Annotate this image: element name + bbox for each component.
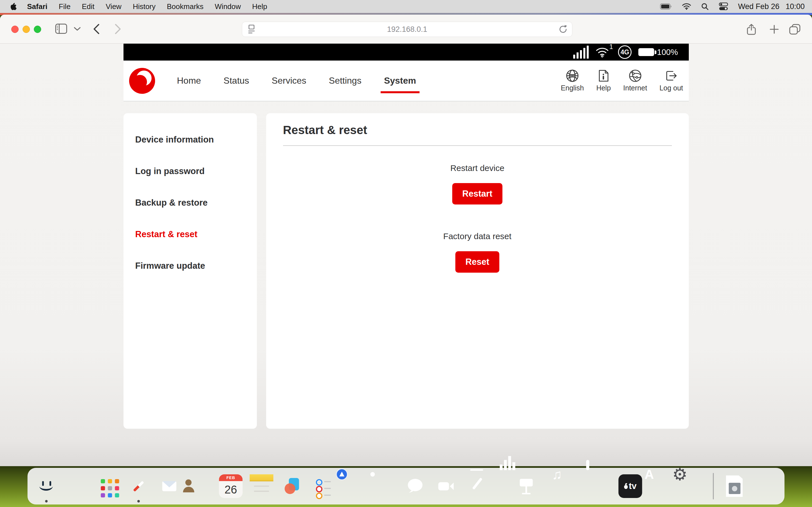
dock-item-launchpad[interactable] bbox=[96, 474, 120, 498]
globe-icon bbox=[566, 69, 579, 82]
utility-nav: English Help Internet Log out bbox=[561, 69, 683, 92]
sidebar-item-login-password[interactable]: Log in password bbox=[123, 156, 257, 187]
dock: FEB 26 tv bbox=[28, 468, 784, 504]
dock-item-safari[interactable] bbox=[127, 474, 151, 498]
device-battery-icon: 100% bbox=[638, 48, 678, 57]
dock-item-reminders[interactable] bbox=[311, 474, 335, 498]
restart-device-section: Restart device Restart bbox=[283, 163, 672, 205]
dock-item-contacts[interactable] bbox=[188, 474, 212, 498]
factory-reset-section: Factory data reset Reset bbox=[283, 231, 672, 273]
window-zoom-button[interactable] bbox=[34, 25, 41, 33]
system-sidebar: Device information Log in password Backu… bbox=[123, 113, 257, 429]
title-divider bbox=[283, 145, 672, 146]
dock-item-music[interactable] bbox=[557, 474, 581, 498]
back-button[interactable] bbox=[93, 24, 100, 34]
control-center-icon[interactable] bbox=[719, 3, 728, 10]
dock-item-mail[interactable] bbox=[158, 474, 181, 498]
apple-tv-icon: tv bbox=[619, 474, 642, 498]
sidebar-item-restart-reset[interactable]: Restart & reset bbox=[123, 219, 257, 250]
menu-item-file[interactable]: File bbox=[53, 2, 76, 11]
nav-home[interactable]: Home bbox=[177, 75, 201, 86]
wifi-client-count: 1 bbox=[609, 43, 613, 51]
nav-services[interactable]: Services bbox=[272, 75, 306, 86]
dock-item-trash[interactable] bbox=[754, 474, 777, 498]
menu-item-view[interactable]: View bbox=[100, 2, 127, 11]
apple-glyph bbox=[624, 485, 627, 489]
dock-item-downloads[interactable] bbox=[723, 474, 747, 498]
nav-settings[interactable]: Settings bbox=[329, 75, 361, 86]
restart-button[interactable]: Restart bbox=[452, 183, 503, 205]
logout-icon bbox=[665, 69, 678, 82]
help-button[interactable]: Help bbox=[596, 69, 611, 92]
restart-reset-panel: Restart & reset Restart device Restart F… bbox=[266, 113, 689, 429]
network-type-badge: 4G bbox=[618, 45, 631, 59]
forward-button[interactable] bbox=[114, 24, 121, 34]
dock-item-messages[interactable] bbox=[403, 474, 427, 498]
menu-item-history[interactable]: History bbox=[127, 2, 161, 11]
dock-item-pages[interactable] bbox=[465, 474, 489, 498]
main-nav: Home Status Services Settings System bbox=[177, 75, 416, 86]
dock-item-finder[interactable] bbox=[35, 474, 58, 498]
sidebar-item-backup-restore[interactable]: Backup & restore bbox=[123, 187, 257, 219]
router-admin-page: 1 4G 100% Home Status Services Settings … bbox=[123, 44, 689, 429]
page-title: Restart & reset bbox=[283, 123, 672, 137]
language-button[interactable]: English bbox=[561, 69, 584, 92]
dock-item-calendar[interactable]: FEB 26 bbox=[219, 474, 243, 498]
logout-button[interactable]: Log out bbox=[659, 69, 683, 92]
menu-item-edit[interactable]: Edit bbox=[76, 2, 100, 11]
address-bar[interactable]: 192.168.0.1 bbox=[242, 22, 572, 37]
nav-status[interactable]: Status bbox=[223, 75, 249, 86]
site-header: Home Status Services Settings System Eng… bbox=[123, 61, 689, 101]
dock-item-photos[interactable] bbox=[373, 474, 396, 498]
dock-item-siri[interactable] bbox=[65, 474, 89, 498]
wifi-status-icon: 1 bbox=[596, 47, 609, 57]
dock-item-numbers[interactable] bbox=[496, 474, 519, 498]
signal-strength-icon bbox=[573, 46, 589, 59]
sidebar-item-firmware-update[interactable]: Firmware update bbox=[123, 250, 257, 282]
browser-viewport: 1 4G 100% Home Status Services Settings … bbox=[0, 44, 812, 466]
dock-item-facetime[interactable] bbox=[434, 474, 458, 498]
internet-button[interactable]: Internet bbox=[623, 69, 647, 92]
safari-toolbar: 192.168.0.1 bbox=[0, 15, 812, 44]
dock-item-notes[interactable] bbox=[250, 474, 273, 498]
nav-system[interactable]: System bbox=[384, 75, 416, 86]
menu-item-window[interactable]: Window bbox=[209, 2, 246, 11]
dock-divider bbox=[713, 473, 714, 499]
battery-icon[interactable] bbox=[660, 3, 672, 10]
menu-bar-clock[interactable]: 10:00 bbox=[785, 2, 805, 11]
help-document-icon bbox=[598, 69, 609, 82]
calendar-icon: FEB 26 bbox=[219, 474, 243, 498]
reset-button[interactable]: Reset bbox=[455, 251, 499, 273]
tab-overview-button[interactable] bbox=[789, 24, 801, 35]
url-text: 192.168.0.1 bbox=[242, 25, 572, 34]
menu-item-safari[interactable]: Safari bbox=[21, 2, 53, 11]
chevron-down-icon[interactable] bbox=[74, 27, 81, 31]
menu-item-help[interactable]: Help bbox=[246, 2, 273, 11]
reload-icon[interactable] bbox=[559, 24, 567, 34]
spotlight-search-icon[interactable] bbox=[701, 3, 709, 10]
dock-item-podcasts[interactable] bbox=[588, 474, 612, 498]
window-minimize-button[interactable] bbox=[22, 25, 30, 33]
dock-item-appletv[interactable]: tv bbox=[619, 474, 642, 498]
apple-logo-icon[interactable] bbox=[11, 3, 17, 10]
dock-item-appstore[interactable] bbox=[649, 474, 673, 498]
device-battery-percent: 100% bbox=[657, 48, 678, 57]
sidebar-item-device-information[interactable]: Device information bbox=[123, 124, 257, 156]
dock-item-freeform[interactable] bbox=[281, 474, 304, 498]
vodafone-logo[interactable] bbox=[129, 67, 156, 94]
dock-item-keynote[interactable] bbox=[526, 474, 550, 498]
menu-bar-date[interactable]: Wed Feb 26 bbox=[738, 2, 779, 11]
dock-item-maps[interactable] bbox=[342, 474, 366, 498]
menu-item-bookmarks[interactable]: Bookmarks bbox=[161, 2, 209, 11]
window-close-button[interactable] bbox=[11, 25, 18, 33]
internet-globe-icon bbox=[629, 69, 642, 82]
dock-item-settings[interactable] bbox=[680, 474, 704, 498]
new-tab-button[interactable] bbox=[769, 24, 779, 34]
menu-bar: Safari File Edit View History Bookmarks … bbox=[0, 0, 812, 13]
restart-device-label: Restart device bbox=[283, 163, 672, 173]
wifi-icon[interactable] bbox=[682, 3, 691, 10]
sidebar-toggle-button[interactable] bbox=[55, 24, 67, 34]
share-icon[interactable] bbox=[747, 24, 756, 35]
page-content: Device information Log in password Backu… bbox=[123, 113, 689, 429]
factory-reset-label: Factory data reset bbox=[283, 231, 672, 241]
